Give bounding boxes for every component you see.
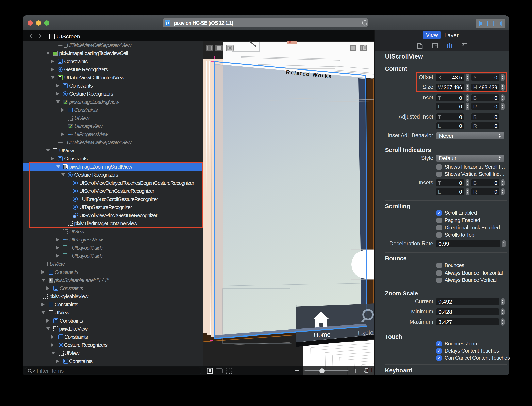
svg-text:Explore: Explore bbox=[358, 329, 375, 337]
svg-text:Home: Home bbox=[314, 331, 331, 339]
